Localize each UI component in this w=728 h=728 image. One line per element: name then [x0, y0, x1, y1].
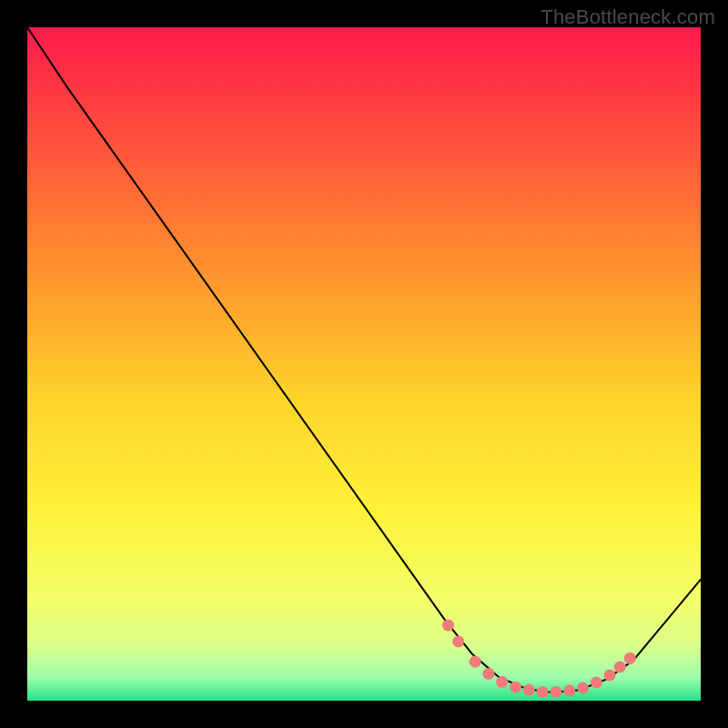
chart-svg — [27, 27, 701, 701]
data-marker — [550, 686, 561, 698]
data-marker — [523, 684, 535, 696]
data-marker — [604, 669, 616, 681]
data-marker — [470, 656, 481, 668]
data-marker — [577, 682, 589, 693]
data-marker — [614, 662, 626, 673]
data-marker — [482, 668, 494, 680]
data-marker — [510, 682, 521, 693]
data-marker — [496, 676, 508, 688]
gradient-background — [27, 27, 701, 701]
watermark-label: TheBottleneck.com — [541, 5, 715, 29]
data-marker — [563, 684, 575, 696]
chart-frame: TheBottleneck.com — [0, 0, 728, 728]
data-marker — [452, 635, 464, 647]
data-marker — [591, 677, 602, 689]
data-marker — [624, 652, 636, 664]
chart-plot-area — [27, 27, 701, 701]
data-marker — [442, 620, 454, 632]
data-marker — [537, 686, 549, 698]
